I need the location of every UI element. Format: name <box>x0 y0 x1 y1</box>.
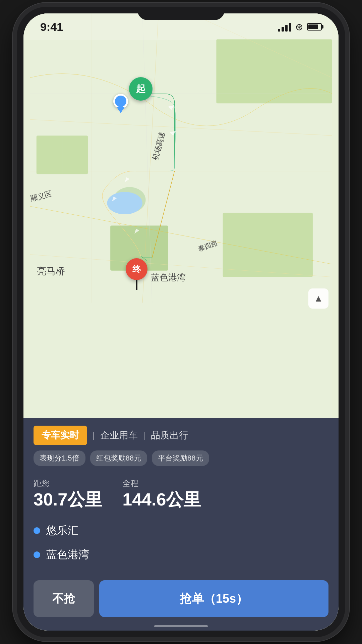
end-marker: 终 <box>126 258 147 290</box>
distance-total: 全程 144.6公里 <box>122 478 201 509</box>
scroll-up-indicator[interactable]: ▲ <box>308 288 328 309</box>
wifi-icon: ⊛ <box>295 21 303 33</box>
panel-tabs: 专车实时 | 企业用车 | 品质出行 <box>23 418 339 450</box>
badge-performance: 表现分1.5倍 <box>34 450 85 466</box>
panel-distances: 距您 30.7公里 全程 144.6公里 <box>23 473 339 516</box>
tab-separator-1: | <box>93 430 95 440</box>
tab-pinzhi-chuxing[interactable]: 品质出行 <box>151 426 188 444</box>
gps-position-dot <box>113 94 131 112</box>
location-dot-dest <box>34 551 40 558</box>
panel-badges: 表现分1.5倍 红包奖励88元 平台奖励88元 <box>23 450 339 473</box>
battery-icon <box>307 23 322 31</box>
distance-from-value: 30.7公里 <box>34 490 102 509</box>
start-marker: 起 <box>129 77 153 101</box>
distance-from: 距您 30.7公里 <box>34 478 102 509</box>
grab-button[interactable]: 抢单（15s） <box>99 580 328 617</box>
info-panel: 专车实时 | 企业用车 | 品质出行 表现分1.5倍 红包奖励88元 平台奖励8… <box>23 418 339 631</box>
area-label-liangmaqiao: 亮马桥 <box>37 265 65 278</box>
status-icons: ⊛ <box>278 21 322 33</box>
panel-locations: 悠乐汇 蓝色港湾 <box>23 516 339 575</box>
tab-separator-2: | <box>143 430 145 440</box>
home-indicator <box>154 625 208 627</box>
skip-button[interactable]: 不抢 <box>34 580 94 617</box>
notch <box>137 7 225 20</box>
signal-icon <box>278 22 291 32</box>
area-label-lansegang: 蓝色港湾 <box>151 272 186 283</box>
distance-from-label: 距您 <box>34 478 102 489</box>
svg-point-6 <box>107 192 142 214</box>
badge-platform: 平台奖励88元 <box>152 450 209 466</box>
badge-redpacket: 红包奖励88元 <box>90 450 147 466</box>
tab-zhanche-shishi[interactable]: 专车实时 <box>34 426 87 445</box>
status-time: 9:41 <box>40 20 63 34</box>
location-name-dest: 蓝色港湾 <box>46 547 89 562</box>
distance-total-value: 144.6公里 <box>122 490 201 509</box>
tab-qiye-yongche[interactable]: 企业用车 <box>100 426 138 444</box>
phone-screen: 9:41 ⊛ <box>23 13 339 631</box>
location-item-origin: 悠乐汇 <box>34 519 328 543</box>
svg-rect-2 <box>223 213 313 277</box>
action-buttons: 不抢 抢单（15s） <box>23 575 339 631</box>
location-name-origin: 悠乐汇 <box>46 523 78 538</box>
location-dot-origin <box>34 527 40 534</box>
distance-total-label: 全程 <box>122 478 201 489</box>
location-item-dest: 蓝色港湾 <box>34 543 328 567</box>
phone-frame: 9:41 ⊛ <box>17 7 345 637</box>
